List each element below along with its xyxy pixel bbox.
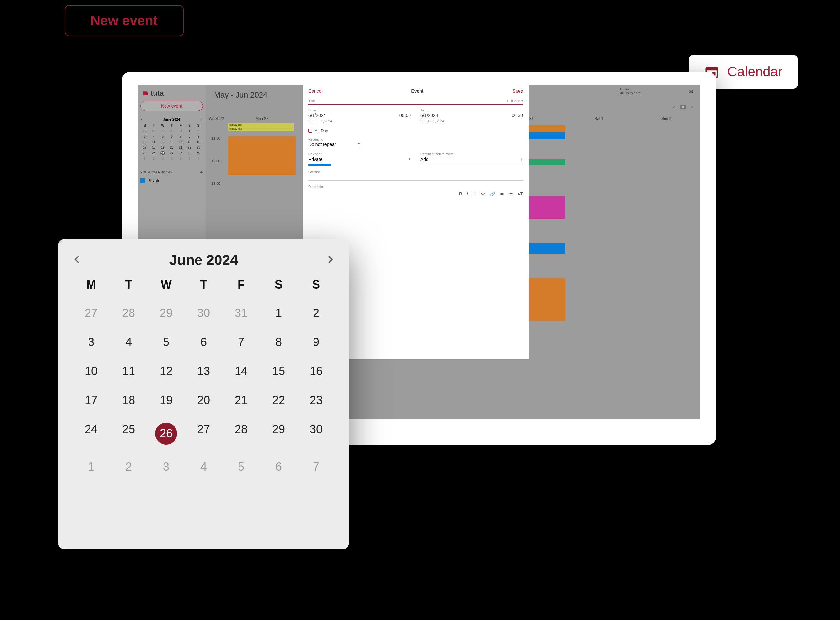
big-day-cell[interactable]: 19: [148, 390, 185, 410]
mini-next-icon[interactable]: ›: [201, 117, 202, 122]
new-event-button[interactable]: New event: [65, 5, 184, 36]
mini-day-cell[interactable]: 23: [194, 145, 203, 150]
big-day-cell[interactable]: 4: [110, 332, 148, 352]
big-day-cell[interactable]: 4: [185, 457, 222, 477]
mini-day-cell[interactable]: 6: [167, 134, 176, 139]
mini-day-cell[interactable]: 2: [194, 128, 203, 134]
big-day-cell[interactable]: 21: [222, 390, 260, 410]
mini-day-cell[interactable]: 13: [167, 139, 176, 145]
big-day-cell[interactable]: 13: [185, 361, 222, 381]
big-day-cell[interactable]: 30: [297, 419, 335, 448]
cancel-button[interactable]: Cancel: [308, 89, 322, 94]
allday-event[interactable]: holiday ses: [228, 123, 294, 127]
mini-day-cell[interactable]: 3: [140, 134, 149, 139]
big-day-cell[interactable]: 30: [185, 303, 222, 323]
all-day-checkbox[interactable]: [308, 129, 312, 133]
mini-day-cell[interactable]: 29: [158, 128, 167, 134]
month-next-icon[interactable]: [325, 254, 335, 266]
repeating-select[interactable]: Do not repeat▾: [308, 141, 360, 148]
mini-day-cell[interactable]: 27: [167, 150, 176, 156]
code-icon[interactable]: <>: [480, 191, 485, 196]
big-day-cell[interactable]: 23: [297, 390, 335, 410]
mini-day-cell[interactable]: 20: [167, 145, 176, 150]
big-day-cell[interactable]: 11: [110, 361, 148, 381]
mini-day-cell[interactable]: 21: [176, 145, 185, 150]
big-day-cell[interactable]: 3: [72, 332, 110, 352]
big-day-cell[interactable]: 20: [185, 390, 222, 410]
mini-day-cell[interactable]: 26: [160, 151, 165, 155]
mini-day-cell[interactable]: 3: [158, 156, 167, 161]
mini-day-cell[interactable]: 7: [194, 156, 203, 161]
guests-dropdown[interactable]: GUESTS ▾: [507, 99, 523, 103]
mini-prev-icon[interactable]: ‹: [141, 117, 142, 122]
big-day-cell[interactable]: 31: [222, 303, 260, 323]
clear-format-icon[interactable]: ᴀT: [518, 191, 523, 196]
mini-day-cell[interactable]: 28: [149, 128, 158, 134]
bold-icon[interactable]: B: [459, 191, 462, 196]
big-day-cell[interactable]: 16: [297, 361, 335, 381]
mini-day-cell[interactable]: 2: [149, 156, 158, 161]
mini-day-cell[interactable]: 29: [185, 150, 194, 156]
big-day-cell[interactable]: 18: [110, 390, 148, 410]
big-day-cell[interactable]: 27: [185, 419, 222, 448]
calendar-entry-private[interactable]: Private: [140, 178, 203, 183]
mini-day-cell[interactable]: 14: [176, 139, 185, 145]
mini-day-cell[interactable]: 8: [185, 134, 194, 139]
big-day-cell[interactable]: 22: [260, 390, 297, 410]
big-day-cell[interactable]: 14: [222, 361, 260, 381]
mini-day-cell[interactable]: 4: [149, 134, 158, 139]
month-prev-icon[interactable]: [72, 254, 82, 266]
add-calendar-icon[interactable]: +: [200, 170, 203, 175]
nav-prev-icon[interactable]: ‹: [673, 104, 674, 110]
mini-day-cell[interactable]: 5: [158, 134, 167, 139]
big-day-cell[interactable]: 5: [222, 457, 260, 477]
big-day-cell[interactable]: 2: [110, 457, 148, 477]
big-day-cell[interactable]: 2: [297, 303, 335, 323]
big-day-cell[interactable]: 29: [148, 303, 185, 323]
to-datetime-input[interactable]: 6/1/202400:30: [420, 112, 523, 119]
mini-day-cell[interactable]: 30: [167, 128, 176, 134]
save-button[interactable]: Save: [512, 89, 523, 94]
from-datetime-input[interactable]: 6/1/202400:00: [308, 112, 411, 119]
mini-day-cell[interactable]: 11: [149, 139, 158, 145]
sidebar-new-event-button[interactable]: New event: [140, 101, 203, 111]
list-ordered-icon[interactable]: ≔: [509, 191, 513, 196]
big-day-cell[interactable]: 8: [260, 332, 297, 352]
mini-day-cell[interactable]: 7: [176, 134, 185, 139]
allday-event[interactable]: holiday hab: [228, 127, 294, 131]
big-day-cell[interactable]: 27: [72, 303, 110, 323]
calendar-select[interactable]: Private▾: [308, 156, 411, 163]
list-bullet-icon[interactable]: ≣: [500, 191, 504, 196]
mini-day-cell[interactable]: 28: [176, 150, 185, 156]
mini-day-cell[interactable]: 19: [158, 145, 167, 150]
big-day-cell[interactable]: 1: [260, 303, 297, 323]
mini-day-cell[interactable]: 5: [176, 156, 185, 161]
big-day-cell[interactable]: 10: [72, 361, 110, 381]
big-day-cell[interactable]: 7: [297, 457, 335, 477]
big-day-cell[interactable]: 7: [222, 332, 260, 352]
italic-icon[interactable]: I: [467, 191, 468, 196]
view-mode-pill[interactable]: ▦: [680, 105, 686, 109]
mini-day-cell[interactable]: 27: [140, 128, 149, 134]
mini-day-cell[interactable]: 30: [194, 150, 203, 156]
big-day-cell[interactable]: 24: [72, 419, 110, 448]
big-day-cell[interactable]: 25: [110, 419, 148, 448]
mini-day-cell[interactable]: 10: [140, 139, 149, 145]
nav-next-icon[interactable]: ›: [691, 104, 693, 110]
mini-day-cell[interactable]: 24: [140, 150, 149, 156]
big-day-cell[interactable]: 6: [185, 332, 222, 352]
mini-day-cell[interactable]: 31: [176, 128, 185, 134]
location-input[interactable]: [308, 174, 523, 181]
underline-icon[interactable]: U: [473, 191, 476, 196]
big-day-cell[interactable]: 26: [148, 419, 185, 448]
reminder-add[interactable]: Add+: [420, 156, 523, 164]
mini-day-cell[interactable]: 1: [140, 156, 149, 161]
big-day-cell[interactable]: 28: [222, 419, 260, 448]
big-day-cell[interactable]: 1: [72, 457, 110, 477]
big-day-cell[interactable]: 12: [148, 361, 185, 381]
mail-icon[interactable]: ✉: [689, 89, 693, 95]
big-day-cell[interactable]: 28: [110, 303, 148, 323]
mini-day-cell[interactable]: 4: [167, 156, 176, 161]
big-day-cell[interactable]: 17: [72, 390, 110, 410]
big-day-cell[interactable]: 15: [260, 361, 297, 381]
